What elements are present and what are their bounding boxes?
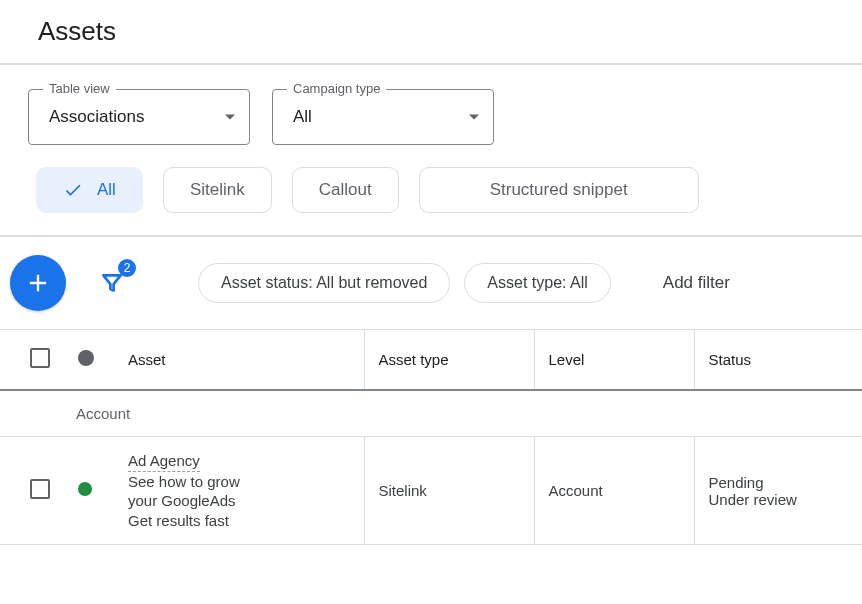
level-cell: Account — [534, 437, 694, 545]
asset-desc-line: See how to grow — [128, 472, 350, 492]
plus-icon — [24, 269, 52, 297]
row-checkbox[interactable] — [30, 479, 50, 499]
status-cell: Pending Under review — [694, 437, 862, 545]
chevron-down-icon — [225, 115, 235, 120]
group-row: Account — [0, 390, 862, 437]
chevron-down-icon — [469, 115, 479, 120]
asset-type-chip-sitelink[interactable]: Sitelink — [163, 167, 272, 213]
campaign-type-value: All — [293, 107, 312, 127]
status-line: Pending — [709, 474, 849, 491]
campaign-type-select[interactable]: Campaign type All — [272, 89, 494, 145]
asset-type-cell: Sitelink — [364, 437, 534, 545]
chip-label: Sitelink — [190, 180, 245, 200]
column-header-asset[interactable]: Asset — [114, 330, 364, 390]
check-icon — [63, 180, 83, 200]
table-row: Ad Agency See how to grow your GoogleAds… — [0, 437, 862, 545]
asset-desc-line: Get results fast — [128, 511, 350, 531]
table-view-value: Associations — [49, 107, 144, 127]
status-line: Under review — [709, 491, 849, 508]
page-title: Assets — [38, 16, 862, 47]
column-header-asset-type[interactable]: Asset type — [364, 330, 534, 390]
status-dot-header-icon — [78, 350, 94, 366]
select-all-checkbox[interactable] — [30, 348, 50, 368]
filter-button[interactable]: 2 — [94, 265, 130, 301]
add-button[interactable] — [10, 255, 66, 311]
status-dot-icon — [78, 482, 92, 496]
asset-type-chip-callout[interactable]: Callout — [292, 167, 399, 213]
filter-pill-asset-type[interactable]: Asset type: All — [464, 263, 611, 303]
asset-type-chip-structured-snippet[interactable]: Structured snippet — [419, 167, 699, 213]
asset-cell[interactable]: Ad Agency See how to grow your GoogleAds… — [114, 437, 364, 545]
chip-label: Callout — [319, 180, 372, 200]
chip-label: Structured snippet — [490, 180, 628, 200]
chip-label: All — [97, 180, 116, 200]
asset-title: Ad Agency — [128, 451, 200, 472]
table-view-label: Table view — [43, 81, 116, 96]
filter-pill-asset-status[interactable]: Asset status: All but removed — [198, 263, 450, 303]
add-filter-button[interactable]: Add filter — [663, 273, 730, 293]
filter-count-badge: 2 — [118, 259, 136, 277]
asset-desc-line: your GoogleAds — [128, 491, 350, 511]
campaign-type-label: Campaign type — [287, 81, 386, 96]
group-label: Account — [0, 390, 862, 437]
table-view-select[interactable]: Table view Associations — [28, 89, 250, 145]
column-header-level[interactable]: Level — [534, 330, 694, 390]
column-header-status[interactable]: Status — [694, 330, 862, 390]
asset-type-chip-all[interactable]: All — [36, 167, 143, 213]
